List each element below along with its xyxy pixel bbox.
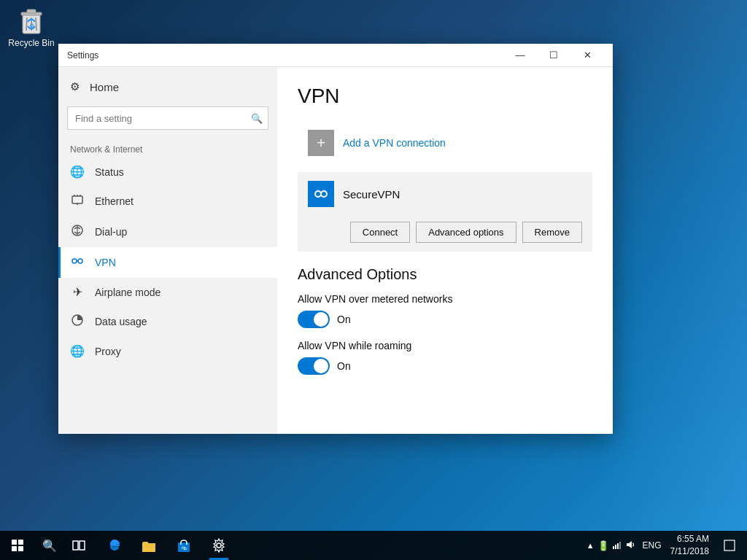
status-icon: 🌐: [70, 165, 85, 179]
svg-rect-7: [72, 196, 82, 203]
proxy-label: Proxy: [95, 346, 121, 357]
svg-line-5: [36, 18, 36, 31]
window-title: Settings: [67, 50, 503, 61]
sidebar: ⚙ Home 🔍 Network & Internet 🌐 Status: [58, 67, 277, 434]
svg-point-15: [78, 259, 82, 263]
ethernet-icon: [70, 193, 85, 209]
up-arrow-icon[interactable]: ▲: [587, 541, 595, 550]
toggle-roaming-switch[interactable]: [298, 357, 330, 375]
sidebar-section-label: Network & Internet: [58, 136, 277, 158]
current-time: 6:55 AM: [677, 533, 709, 545]
svg-rect-2: [27, 9, 36, 13]
svg-point-14: [72, 259, 77, 263]
title-bar: Settings — ☐ ✕: [58, 44, 613, 67]
current-date: 7/11/2018: [670, 545, 709, 558]
vpn-item: SecureVPN Connect Advanced options Remov…: [298, 172, 592, 252]
sidebar-search: 🔍: [67, 106, 268, 130]
svg-marker-36: [627, 541, 632, 548]
taskbar-store-icon[interactable]: 🛍: [169, 531, 198, 560]
add-vpn-button[interactable]: + Add a VPN connection: [298, 122, 456, 163]
vpn-item-name: SecureVPN: [343, 188, 582, 201]
battery-icon: 🔋: [597, 540, 609, 551]
search-icon: 🔍: [251, 113, 263, 124]
svg-point-18: [315, 191, 321, 197]
system-tray-icons: ▲ 🔋: [584, 540, 638, 552]
settings-body: ⚙ Home 🔍 Network & Internet 🌐 Status: [58, 67, 613, 434]
desktop: ♻ Recycle Bin Settings — ☐ ✕ ⚙ Home: [0, 0, 747, 560]
svg-rect-33: [615, 545, 616, 549]
volume-icon[interactable]: [625, 540, 635, 552]
svg-rect-26: [80, 541, 85, 550]
svg-rect-35: [619, 542, 621, 549]
home-label: Home: [90, 81, 119, 93]
settings-window: Settings — ☐ ✕ ⚙ Home 🔍: [58, 44, 613, 434]
svg-rect-25: [73, 541, 78, 550]
airplane-label: Airplane mode: [95, 287, 160, 298]
add-vpn-icon: +: [308, 130, 334, 156]
search-input[interactable]: [67, 106, 268, 130]
start-button[interactable]: [0, 531, 35, 560]
sidebar-item-vpn[interactable]: VPN: [58, 247, 277, 278]
toggle-metered-label: Allow VPN over metered networks: [298, 293, 592, 305]
taskbar-edge-icon[interactable]: [99, 531, 128, 560]
add-vpn-label: Add a VPN connection: [343, 137, 446, 149]
svg-text:🛍: 🛍: [182, 545, 187, 551]
taskbar-clock[interactable]: 6:55 AM 7/11/2018: [666, 533, 713, 558]
svg-rect-23: [12, 546, 17, 551]
remove-button[interactable]: Remove: [522, 222, 582, 243]
svg-rect-22: [18, 540, 23, 545]
toggle-roaming-container: On: [298, 357, 592, 375]
advanced-options-title: Advanced Options: [298, 266, 592, 283]
sidebar-item-status[interactable]: 🌐 Status: [58, 158, 277, 186]
desktop-glow: [601, 0, 747, 560]
proxy-icon: 🌐: [70, 344, 85, 358]
sidebar-item-ethernet[interactable]: Ethernet: [58, 186, 277, 217]
maximize-button[interactable]: ☐: [537, 44, 570, 67]
toggle-roaming-row: Allow VPN while roaming On: [298, 340, 592, 375]
taskbar-search-button[interactable]: 🔍: [35, 531, 64, 560]
vpn-actions: Connect Advanced options Remove: [298, 216, 592, 252]
taskbar-app-icons: 🛍: [93, 531, 239, 560]
dialup-label: Dial-up: [95, 226, 127, 238]
sidebar-item-proxy[interactable]: 🌐 Proxy: [58, 337, 277, 365]
page-title: VPN: [298, 85, 592, 108]
datausage-label: Data usage: [95, 316, 147, 327]
svg-rect-34: [617, 543, 619, 549]
language-indicator[interactable]: ENG: [643, 540, 662, 551]
home-icon: ⚙: [70, 80, 80, 93]
svg-rect-37: [724, 540, 735, 551]
taskbar-settings-icon[interactable]: [204, 531, 233, 560]
sidebar-item-datausage[interactable]: Data usage: [58, 306, 277, 337]
sidebar-item-airplane[interactable]: ✈ Airplane mode: [58, 278, 277, 306]
vpn-icon: [70, 254, 85, 271]
svg-point-19: [321, 191, 327, 197]
advanced-options-button[interactable]: Advanced options: [416, 222, 516, 243]
toggle-metered-container: On: [298, 311, 592, 328]
vpn-item-header: SecureVPN: [298, 172, 592, 216]
svg-point-31: [217, 543, 221, 548]
airplane-icon: ✈: [70, 285, 85, 299]
taskbar-right: ▲ 🔋 ENG: [578, 531, 747, 560]
svg-rect-32: [613, 546, 614, 549]
sidebar-item-dialup[interactable]: Dial-up: [58, 217, 277, 247]
toggle-roaming-label: Allow VPN while roaming: [298, 340, 592, 351]
recycle-bin-icon[interactable]: ♻ Recycle Bin: [6, 6, 57, 48]
svg-line-3: [26, 18, 27, 31]
close-button[interactable]: ✕: [570, 44, 604, 67]
minimize-button[interactable]: —: [503, 44, 537, 67]
notification-button[interactable]: [718, 531, 741, 560]
sidebar-item-home[interactable]: ⚙ Home: [58, 73, 277, 101]
task-view-button[interactable]: [64, 531, 93, 560]
taskbar: 🔍: [0, 531, 747, 560]
window-controls: — ☐ ✕: [503, 44, 604, 67]
datausage-icon: [70, 314, 85, 330]
network-icon: [612, 540, 622, 552]
vpn-label: VPN: [95, 257, 116, 268]
ethernet-label: Ethernet: [95, 195, 133, 207]
toggle-metered-row: Allow VPN over metered networks On: [298, 293, 592, 328]
connect-button[interactable]: Connect: [350, 222, 410, 243]
toggle-metered-switch[interactable]: [298, 311, 330, 328]
taskbar-explorer-icon[interactable]: [134, 531, 163, 560]
svg-text:♻: ♻: [29, 23, 34, 29]
main-content: VPN + Add a VPN connection: [277, 67, 613, 434]
